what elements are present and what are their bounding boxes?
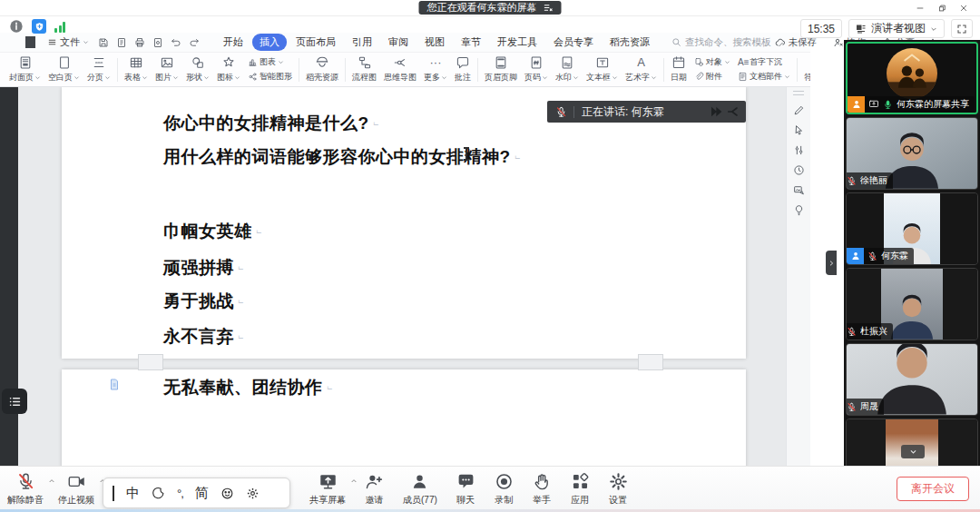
ribbon-button-image[interactable]: 图片 [152,55,182,84]
wps-tab[interactable]: 开始 [216,34,250,51]
ribbon-button-coverpage[interactable]: 封面页 [5,55,44,84]
participant-tile[interactable]: 何东霖 [846,192,978,265]
ribbon-button-date[interactable]: 日期 [667,55,691,84]
outline-button[interactable] [2,389,27,414]
share-screen-button[interactable]: 共享屏幕 [309,472,346,507]
meeting-status-icons [9,19,65,34]
edit-pen-icon[interactable] [793,104,805,116]
separator [663,58,664,82]
mic-muted-icon [847,402,857,412]
ribbon-button-shapes[interactable]: 形状 [182,55,213,84]
ime-moon-icon[interactable] [152,487,165,500]
chevron-down-icon [142,74,148,81]
pointer-icon[interactable] [793,124,805,136]
ribbon-button-textbox[interactable]: 文本框 [583,55,622,84]
raise-hand-button[interactable]: 举手 [533,472,552,507]
text-cursor [466,147,467,161]
comment-anchor-icon[interactable] [109,379,120,390]
unmute-chevron[interactable] [48,478,55,485]
print-icon[interactable] [134,37,145,48]
fullscreen-button[interactable] [951,19,973,38]
wps-tab[interactable]: 页面布局 [289,34,343,51]
settings-button[interactable]: 设置 [609,472,628,507]
ribbon-button-watermark[interactable]: 水印 [552,55,583,84]
chevron-down-icon [234,74,240,81]
ribbon-button-flowchart[interactable]: 流程图 [348,55,380,84]
ribbon-button-headerfooter[interactable]: 页眉页脚 [481,55,521,84]
preview-icon[interactable] [152,37,163,48]
close-button[interactable] [953,0,975,15]
ribbon-button-object[interactable]: 对象 [694,56,730,68]
doc-tab-icon [25,36,35,48]
network-signal-icon[interactable] [54,21,65,33]
participant-tile[interactable]: 何东霖的屏幕共享 [846,42,978,114]
participant-name: 何东霖 [881,250,908,262]
watermark-icon [560,55,574,70]
save-icon[interactable] [98,37,109,48]
stop-video-button[interactable]: 停止视频 [58,472,94,507]
participants-scroll-down[interactable] [901,445,925,458]
scrollbar-handle[interactable] [793,91,804,95]
ribbon-button-comment[interactable]: 批注 [451,55,475,84]
ribbon-button-pagenum[interactable]: 页码 [521,55,552,84]
meeting-info-icon[interactable] [9,19,24,34]
ime-simplified[interactable]: 简 [195,485,209,502]
wps-tab[interactable]: 引用 [345,34,379,51]
invite-button[interactable]: 邀请 [365,472,384,507]
unmute-button[interactable]: 解除静音 [7,472,44,507]
chat-button[interactable]: 聊天 [456,472,475,507]
participant-tile[interactable]: 杜振兴 [846,268,978,340]
ime-settings-icon[interactable] [246,487,260,500]
view-mode-selector[interactable]: 演讲者视图 [848,19,945,38]
ribbon-button-smartart[interactable]: 智能图形 [248,71,292,83]
ime-mode-chinese[interactable]: 中 [126,485,140,502]
redo-icon[interactable] [189,37,200,48]
maximize-button[interactable] [931,0,953,15]
headerfooter-icon [494,55,508,70]
wps-tab[interactable]: 会员专享 [546,34,601,51]
ribbon-button-docpart[interactable]: 文档部件 [738,71,790,83]
adjust-sliders-icon[interactable] [793,144,805,156]
ribbon-button-table[interactable]: 表格 [121,55,152,84]
participant-tile[interactable]: 徐艳丽 [846,117,978,190]
banner-menu-icon[interactable] [544,3,554,13]
ribbon-button-docer[interactable]: 稻壳资源 [302,55,342,84]
ribbon-button-chart[interactable]: 图表 [248,56,292,68]
wps-tab[interactable]: 插入 [252,34,287,51]
members-button[interactable]: 成员(77) [403,472,437,507]
ribbon-button-page[interactable]: 空白页 [44,55,83,84]
ribbon-button-attach[interactable]: 附件 [694,71,730,83]
record-button[interactable]: 录制 [495,472,514,507]
wps-tab[interactable]: 章节 [454,34,488,51]
sidebar-collapse-handle[interactable] [826,251,837,275]
ribbon-button-pagebreak[interactable]: 分页 [83,55,114,84]
wps-tab[interactable]: 开发工具 [490,34,544,51]
wps-tab[interactable]: 视图 [417,34,452,51]
apps-button[interactable]: 应用 [571,472,590,507]
tips-bulb-icon[interactable] [793,204,805,216]
wps-tab[interactable]: 审阅 [381,34,416,51]
ribbon-button-omega[interactable]: Ω符号 [800,55,810,84]
history-clock-icon[interactable] [793,164,805,176]
ribbon-button-more[interactable]: ···更多 [420,55,451,84]
share-screen-chevron[interactable] [350,478,358,485]
minimize-button[interactable] [909,0,931,15]
security-shield-icon[interactable] [32,19,46,34]
screenshot-icon[interactable] [793,184,805,196]
wps-tab[interactable]: 稻壳资源 [603,34,657,51]
participant-tile[interactable] [846,418,978,466]
ribbon-button-star[interactable]: 图标 [213,55,244,84]
table-icon [129,55,143,70]
image-icon [160,55,174,70]
wps-search[interactable]: 查找命令、搜索模板 [671,36,771,49]
ime-punctuation[interactable]: °, [177,487,183,500]
export-icon[interactable] [116,37,127,48]
ribbon-button-mindmap[interactable]: 思维导图 [380,55,420,84]
participant-tile[interactable]: 周晟 [846,343,978,416]
ribbon-button-wordart[interactable]: A艺术字 [622,55,661,84]
ime-emoji-icon[interactable] [220,487,234,500]
file-menu[interactable]: 文件 [44,35,93,49]
ribbon-button-dropcap[interactable]: A≡首字下沉 [738,56,790,68]
undo-icon[interactable] [171,37,181,48]
leave-meeting-button[interactable]: 离开会议 [897,477,969,501]
